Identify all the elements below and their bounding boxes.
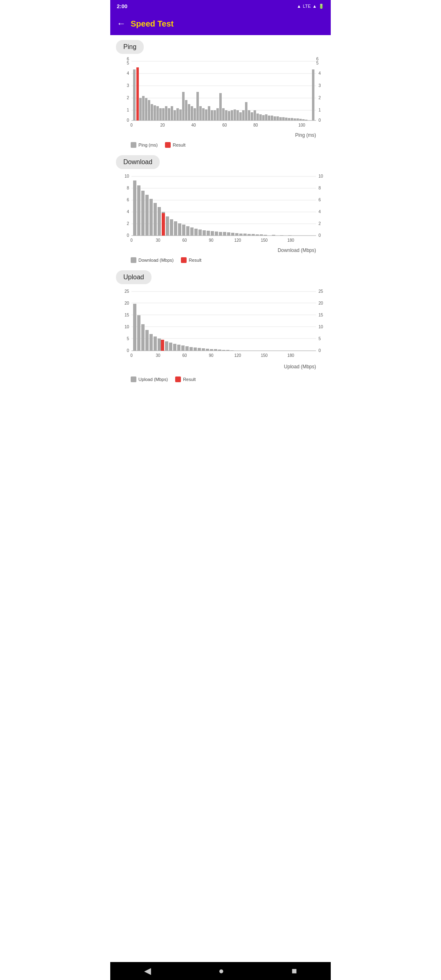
- svg-rect-152: [280, 235, 283, 236]
- svg-text:15: 15: [318, 313, 323, 317]
- download-legend: Download (Mbps) Result: [116, 257, 325, 263]
- svg-rect-201: [214, 349, 217, 351]
- svg-rect-194: [185, 346, 189, 351]
- ping-label: Ping: [116, 40, 144, 54]
- svg-text:8: 8: [127, 186, 129, 190]
- svg-text:90: 90: [209, 353, 214, 358]
- svg-rect-51: [202, 108, 205, 120]
- svg-rect-73: [265, 114, 267, 120]
- svg-rect-34: [154, 105, 156, 120]
- svg-text:0: 0: [130, 238, 133, 243]
- svg-rect-65: [242, 110, 245, 120]
- svg-rect-140: [223, 232, 226, 236]
- svg-rect-118: [137, 185, 140, 236]
- svg-rect-184: [145, 330, 149, 351]
- svg-text:100: 100: [298, 123, 305, 127]
- svg-rect-29: [139, 98, 142, 120]
- svg-rect-139: [219, 232, 222, 236]
- svg-rect-66: [245, 102, 247, 120]
- svg-rect-52: [205, 109, 207, 120]
- svg-rect-143: [235, 233, 238, 236]
- svg-rect-44: [182, 92, 185, 120]
- status-time: 2:00: [117, 3, 127, 9]
- svg-rect-153: [288, 235, 292, 236]
- svg-text:2: 2: [318, 221, 321, 226]
- svg-rect-191: [173, 344, 176, 351]
- svg-text:150: 150: [261, 238, 268, 243]
- svg-rect-121: [149, 199, 153, 236]
- ping-chart: 0 1 2 3 4 5 6 0 1 2 3 4 5 6 0 20 40 60: [116, 57, 325, 140]
- svg-text:0: 0: [318, 348, 321, 353]
- svg-rect-68: [251, 112, 253, 120]
- svg-rect-47: [191, 106, 193, 120]
- svg-rect-41: [174, 110, 176, 120]
- svg-rect-123: [158, 207, 161, 236]
- svg-rect-74: [268, 116, 270, 120]
- svg-rect-54: [211, 110, 213, 120]
- svg-rect-71: [259, 114, 262, 120]
- svg-rect-128: [174, 221, 177, 236]
- download-label: Download: [116, 155, 160, 169]
- svg-rect-130: [182, 225, 185, 236]
- upload-label: Upload: [116, 270, 151, 284]
- svg-text:3: 3: [318, 83, 321, 88]
- svg-rect-148: [256, 234, 259, 236]
- svg-text:180: 180: [287, 238, 294, 243]
- svg-rect-88: [312, 69, 314, 120]
- svg-rect-190: [169, 343, 172, 351]
- svg-text:Download (Mbps): Download (Mbps): [278, 247, 316, 253]
- svg-rect-83: [294, 118, 296, 120]
- download-section: Download 0 2 4 6 8 10 0 2: [116, 155, 325, 263]
- svg-text:Upload (Mbps): Upload (Mbps): [284, 364, 316, 370]
- svg-text:0: 0: [318, 233, 321, 238]
- svg-rect-35: [156, 106, 159, 120]
- svg-rect-82: [291, 118, 293, 120]
- svg-text:10: 10: [125, 174, 129, 178]
- svg-rect-137: [211, 231, 214, 236]
- svg-rect-126: [166, 216, 169, 236]
- svg-rect-53: [208, 106, 210, 120]
- svg-rect-58: [222, 108, 225, 120]
- svg-rect-192: [177, 345, 180, 351]
- main-content: Ping 0 1 2 3 4 5 6 0: [110, 35, 331, 419]
- svg-text:0: 0: [130, 353, 133, 358]
- svg-rect-86: [302, 119, 305, 120]
- svg-text:4: 4: [127, 209, 129, 214]
- download-legend-metric: Download (Mbps): [131, 257, 174, 263]
- status-bar: 2:00 ▲ LTE ▲ 🔋: [110, 0, 331, 12]
- svg-rect-67: [248, 110, 250, 120]
- svg-text:0: 0: [127, 348, 129, 353]
- svg-rect-61: [231, 110, 233, 120]
- svg-rect-33: [151, 104, 153, 120]
- svg-text:1: 1: [318, 108, 321, 112]
- svg-rect-62: [234, 109, 236, 120]
- svg-rect-185: [149, 334, 153, 351]
- svg-rect-134: [198, 229, 202, 236]
- svg-text:5: 5: [127, 61, 129, 65]
- svg-rect-77: [276, 116, 279, 120]
- svg-rect-144: [239, 234, 243, 236]
- svg-text:60: 60: [182, 238, 187, 243]
- svg-rect-75: [271, 116, 273, 120]
- svg-text:150: 150: [261, 353, 268, 358]
- svg-text:10: 10: [318, 325, 323, 329]
- svg-rect-149: [260, 234, 263, 236]
- svg-rect-81: [288, 118, 290, 120]
- svg-rect-60: [228, 111, 230, 120]
- back-button[interactable]: ←: [117, 18, 126, 29]
- svg-text:6: 6: [316, 57, 318, 61]
- svg-rect-188: [161, 340, 164, 351]
- svg-rect-196: [194, 347, 197, 351]
- svg-text:20: 20: [318, 301, 323, 305]
- wifi-icon: ▲: [297, 4, 301, 9]
- svg-rect-145: [243, 234, 247, 236]
- svg-text:180: 180: [287, 353, 294, 358]
- svg-text:8: 8: [318, 186, 321, 190]
- svg-rect-57: [219, 93, 222, 120]
- svg-rect-69: [254, 110, 256, 120]
- upload-legend: Upload (Mbps) Result: [116, 376, 325, 382]
- svg-rect-203: [222, 350, 225, 351]
- svg-rect-202: [218, 350, 221, 351]
- svg-rect-40: [171, 106, 173, 120]
- page-title: Speed Test: [131, 19, 174, 29]
